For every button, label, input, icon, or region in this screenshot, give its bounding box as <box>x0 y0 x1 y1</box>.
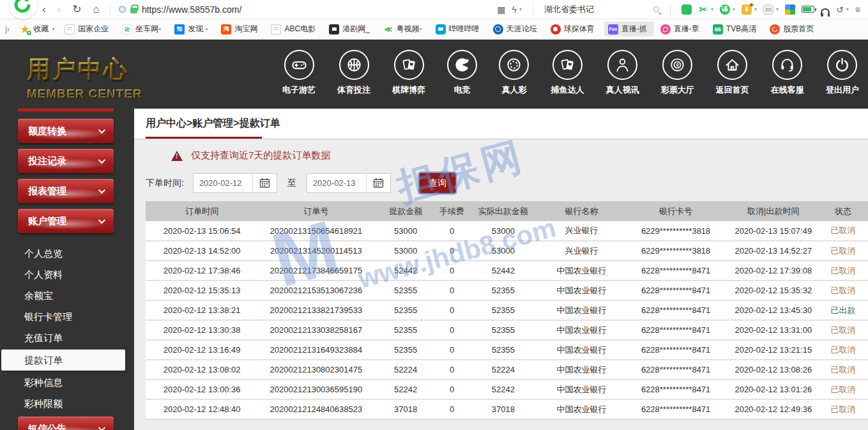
translate-icon[interactable]: 译 <box>720 4 730 15</box>
back-button[interactable]: ‹ <box>42 4 46 15</box>
status-badge: 已取消 <box>818 221 868 241</box>
header-nav-item[interactable]: 电竞 <box>447 50 477 96</box>
actual-amount: 53000 <box>466 221 540 241</box>
bookmark-item[interactable]: 知 发现 - <box>171 22 215 36</box>
battery-icon[interactable] <box>802 6 814 13</box>
bookmark-item[interactable]: ≳ 坐车网- <box>118 22 168 36</box>
logo-title: 用户中心 <box>27 54 142 86</box>
bookmark-item[interactable]: 淘 淘宝网 <box>217 22 264 36</box>
games-box-icon[interactable]: ▭ <box>763 4 773 15</box>
sidebar-sub-item[interactable]: 个人总览 <box>0 243 134 264</box>
bookmark-item[interactable]: 天涯论坛 <box>489 22 544 36</box>
sidebar-group-label: 额度转换 <box>28 125 66 137</box>
browser-app-icon[interactable] <box>681 4 692 15</box>
qr-grid-icon[interactable]: ▦ <box>497 5 505 14</box>
bookmark-item[interactable]: ★ 收藏 ▾ <box>16 22 58 36</box>
table-row: 2020-02-12 13:38:21 20200212133821739533… <box>146 300 868 320</box>
bookmark-item[interactable]: ABC电影 <box>267 22 323 36</box>
bookmark-item[interactable]: ≪ 粤视频- <box>379 22 429 36</box>
chevron-down-icon <box>98 157 105 164</box>
sidebar: 额度转换 投注记录 报表管理 账户管理 <box>0 109 134 430</box>
header-nav-item[interactable]: 体育投注 <box>337 50 370 96</box>
sidebar-group-button[interactable]: 额度转换 <box>18 119 114 143</box>
address-bar[interactable]: https://www.58557b.com/ <box>119 4 241 15</box>
chevron-down-icon <box>98 217 105 224</box>
chevron-down-icon[interactable]: ▾ <box>776 6 779 12</box>
sidebar-sub-item[interactable]: 余额宝 <box>0 285 134 306</box>
table-header-cell: 状态 <box>818 201 868 221</box>
bookmark-item[interactable]: 港剧网_ <box>325 22 377 36</box>
nav-circle <box>394 50 424 80</box>
sidebar-sub-item[interactable]: 彩种限额 <box>0 393 134 414</box>
sidebar-sub-item[interactable]: 充值订单 <box>0 327 134 348</box>
screenshot-scissors-icon[interactable]: ✂ <box>698 4 708 15</box>
header-nav-item[interactable]: 电子游艺 <box>282 50 316 96</box>
header-nav-item[interactable]: 真人彩 <box>499 50 529 96</box>
date-to-box <box>307 173 391 193</box>
sidebar-sub-item[interactable]: 彩种信息 <box>0 372 134 393</box>
breadcrumb: 用户中心>账户管理>提款订单 <box>146 117 280 130</box>
nav-circle <box>607 50 637 80</box>
sidebar-group-button[interactable]: 投注记录 <box>18 149 114 173</box>
header-nav-item[interactable]: 返回首页 <box>716 50 749 96</box>
bookmark-item[interactable]: 直播-章 <box>657 22 706 36</box>
bookmark-item[interactable]: Fun 直播-抓 <box>604 22 654 36</box>
bookmark-item[interactable]: 66 TVB高清 <box>709 22 763 36</box>
apps-grid-icon[interactable] <box>785 4 795 15</box>
fee: 0 <box>438 320 466 340</box>
sidebar-sub-item[interactable]: 银行卡管理 <box>0 306 134 327</box>
sidebar-group-button[interactable]: 账户管理 <box>18 209 114 233</box>
done-time: 2020-02-12 13:31:00 <box>729 320 818 340</box>
bookmark-favicon <box>770 24 780 35</box>
site-info-icon[interactable] <box>119 6 126 13</box>
search-icon[interactable] <box>653 6 659 12</box>
chevron-down-icon[interactable]: ▾ <box>846 6 849 12</box>
chevron-down-icon[interactable]: ▾ <box>711 6 713 12</box>
header-nav-item[interactable]: 8 彩票大厅 <box>661 50 694 96</box>
header-nav-item[interactable]: 在线客服 <box>771 50 804 96</box>
bookmark-favicon: ≳ <box>122 24 132 35</box>
breadcrumb-bar: 用户中心>账户管理>提款订单 <box>134 109 868 139</box>
chevron-down-icon[interactable]: ▾ <box>754 6 757 12</box>
menu-icon[interactable]: ≡ <box>855 5 860 14</box>
forward-button[interactable]: › <box>57 4 61 15</box>
reload-button[interactable]: ↻ <box>72 4 81 15</box>
sidebar-group-button[interactable]: 报表管理 <box>18 179 114 203</box>
sidebar-group-button[interactable]: 短信公告 <box>18 417 114 430</box>
bookmark-item[interactable]: 国家企业 <box>61 22 116 36</box>
breadcrumb-underline <box>146 137 262 139</box>
headphones-icon[interactable] <box>821 8 830 14</box>
order-no: 20200213150654618921 <box>258 221 374 241</box>
chevron-down-icon[interactable]: ▾ <box>733 6 735 12</box>
fee: 0 <box>438 241 466 261</box>
done-time: 2020-02-12 12:49:36 <box>729 399 818 419</box>
to-label: 至 <box>287 178 296 189</box>
search-button[interactable]: 查询 <box>419 173 456 194</box>
date-to-input[interactable] <box>307 174 366 192</box>
security-shield-icon[interactable]: ¥ <box>742 4 752 15</box>
header-nav-item[interactable]: 捕鱼达人 <box>551 50 584 96</box>
withdraw-amount: 52355 <box>374 340 438 360</box>
sidebar-sub-item[interactable]: 提款订单 <box>1 349 125 371</box>
sidebar-sub-item[interactable]: 个人资料 <box>0 264 134 285</box>
notice-row: 仅支持查询近7天的提款订单数据 <box>134 139 868 162</box>
chevron-down-icon[interactable]: ▾ <box>519 6 522 12</box>
calendar-icon[interactable] <box>252 174 277 192</box>
chevron-down-icon <box>98 187 105 194</box>
bookmarks-expander-icon[interactable]: |› <box>5 25 10 34</box>
withdraw-amount: 52242 <box>374 380 438 399</box>
bookmark-item[interactable]: 股票首页 <box>766 22 821 36</box>
lightning-icon[interactable]: ϟ <box>512 5 517 14</box>
bookmark-item[interactable]: 哔哩哔哩 <box>432 22 487 36</box>
header-nav-item[interactable]: 棋牌博弈 <box>392 50 425 96</box>
bookmark-item[interactable]: 球探体育 <box>547 22 602 36</box>
header-nav-item[interactable]: 真人视讯 <box>606 50 639 96</box>
header-nav-item[interactable]: 登出用户 <box>826 50 859 96</box>
home-button[interactable]: ⌂ <box>93 4 100 15</box>
search-query[interactable]: 湖北省委书记 <box>544 4 650 15</box>
undo-icon[interactable]: ↺ <box>836 5 844 14</box>
calendar-icon[interactable] <box>366 174 390 192</box>
search-box[interactable]: 湖北省委书记 <box>544 4 659 15</box>
url-text[interactable]: https://www.58557b.com/ <box>142 4 241 15</box>
date-from-input[interactable] <box>194 174 252 192</box>
